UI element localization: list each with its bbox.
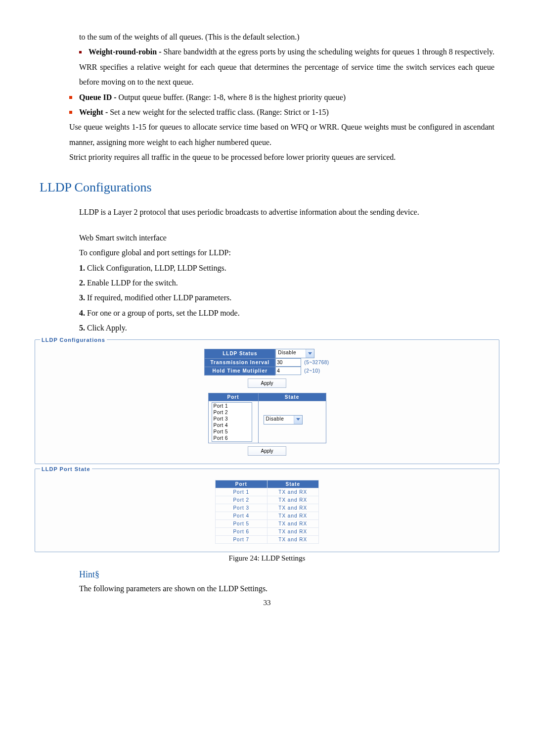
queueid-text: Output queue buffer. (Range: 1-8, where … [119,93,346,101]
apply-button[interactable]: Apply [248,446,286,456]
figure-caption: Figure 24: LLDP Settings [30,554,504,563]
table-row: Port 5TX and RX [216,520,319,527]
config-table: LLDP Status Disable Transmission Inerval [204,349,329,376]
queueid-label: Queue ID - [79,93,117,101]
port-state-value: Disable [264,416,294,424]
svg-marker-1 [296,418,300,421]
lldp-port-state-panel: LLDP Port State Port State Port 1TX and … [35,466,499,552]
table-row: Port 2TX and RX [216,496,319,504]
list-item[interactable]: Port 2 [212,409,252,416]
page-number: 33 [30,599,504,607]
bullet-icon [79,51,82,53]
table-row: Port 3TX and RX [216,504,319,512]
weight-text: Set a new weight for the selected traffi… [110,108,329,116]
port-state-table: Port State Port 1TX and RX Port 2TX and … [215,480,319,544]
hold-time-range: (2~10) [303,367,329,375]
hold-time-label: Hold Time Mutiplier [205,367,275,375]
use-queue-text: Use queue weights 1-15 for queues to all… [69,120,494,150]
config-intro: To configure global and port settings fo… [79,245,494,260]
wrr-label: Weight-round-robin - [89,47,161,56]
transmission-interval-range: (5~32768) [303,358,329,367]
hold-time-input[interactable] [275,367,301,375]
lldp-status-label: LLDP Status [205,349,275,358]
bullet-icon [69,111,72,114]
body-text: to the sum of the weights of all queues.… [79,30,494,90]
bullet-icon [69,96,72,99]
lldp-configurations-panel: LLDP Configurations LLDP Status Disable [35,337,499,464]
panel-legend: LLDP Configurations [40,337,107,343]
port-header: Port [208,393,258,401]
strict-text: Strict priority requires all traffic in … [69,150,494,165]
body-text: Weight - Set a new weight for the select… [69,105,494,120]
transmission-interval-label: Transmission Inerval [205,358,275,367]
port-list[interactable]: Port 1 Port 2 Port 3 Port 4 Port 5 Port … [212,402,252,442]
apply-button[interactable]: Apply [248,378,286,388]
chevron-down-icon [306,349,314,358]
weight-label: Weight - [79,108,108,116]
step-3: 3. If required, modified other LLDP para… [79,290,494,305]
hint-heading: Hint§ [79,569,504,580]
port-state-select[interactable]: Disable [264,415,303,425]
web-smart: Web Smart switch interface [79,231,494,245]
port-state-select-grid: Port State Port 1 Port 2 Port 3 Port 4 P… [208,393,326,443]
table-row: Port 1TX and RX [216,488,319,496]
transmission-interval-input[interactable] [275,358,301,367]
list-item[interactable]: Port 6 [212,435,252,441]
step-2: 2. Enable LLDP for the switch. [79,276,494,290]
panel-legend: LLDP Port State [40,466,92,472]
lldp-intro: LLDP is a Layer 2 protocol that uses per… [79,205,494,220]
chevron-down-icon [294,416,302,424]
svg-marker-0 [308,352,312,355]
line1: to the sum of the weights of all queues.… [79,33,300,41]
step-5: 5. Click Apply. [79,321,494,335]
list-item[interactable]: Port 5 [212,428,252,435]
state-header: State [267,480,319,488]
list-item[interactable]: Port 4 [212,422,252,428]
state-header: State [258,393,326,401]
table-row: Port 7TX and RX [216,535,319,543]
port-header: Port [216,480,267,488]
list-item[interactable]: Port 1 [212,403,252,409]
table-row: Port 6TX and RX [216,527,319,535]
table-row: Port 4TX and RX [216,512,319,520]
section-heading: LLDP Configurations [40,180,504,195]
hint-text: The following parameters are shown on th… [79,583,494,595]
body-text: Queue ID - Output queue buffer. (Range: … [69,90,494,105]
lldp-status-value: Disable [276,349,306,358]
lldp-status-select[interactable]: Disable [275,349,314,358]
step-1: 1. Click Configuration, LLDP, LLDP Setti… [79,261,494,276]
list-item[interactable]: Port 3 [212,416,252,422]
step-4: 4. For one or a group of ports, set the … [79,306,494,321]
